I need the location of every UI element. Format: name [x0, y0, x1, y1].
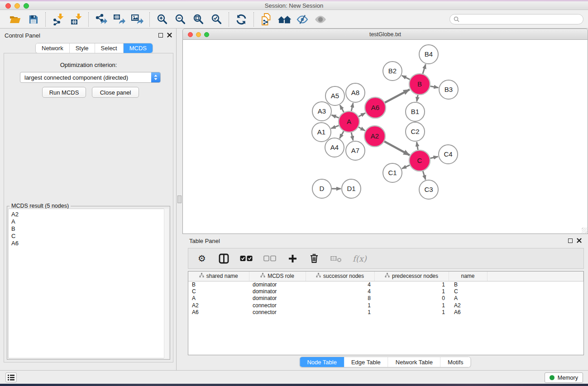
edge-C-C2[interactable] [417, 142, 418, 150]
column-header-predecessor-nodes[interactable]: predecessor nodes [374, 272, 449, 281]
export-network-icon[interactable] [94, 12, 108, 27]
edge-A-A8[interactable] [351, 103, 353, 111]
tab-network-table[interactable]: Network Table [388, 357, 440, 367]
table-cell[interactable]: A6 [449, 309, 487, 316]
function-builder-icon[interactable]: f(x) [353, 254, 367, 263]
tab-style[interactable]: Style [70, 43, 95, 53]
zoom-in-icon[interactable] [155, 12, 169, 27]
close-panel-button[interactable]: Close panel [92, 87, 139, 98]
table-row[interactable]: Cdominator41C [188, 288, 583, 295]
table-cell[interactable]: 1 [306, 302, 374, 310]
table-cell[interactable]: A [188, 295, 249, 302]
os-titlebar[interactable]: Session: New Session [0, 1, 588, 10]
network-close-icon[interactable] [188, 32, 193, 37]
edge-C-C1[interactable] [402, 165, 410, 169]
table-row[interactable]: Adominator80A [188, 295, 583, 302]
result-list-item[interactable]: C [11, 233, 168, 240]
table-cell[interactable]: 1 [374, 288, 449, 295]
tab-select[interactable]: Select [95, 43, 124, 53]
edge-A-A3[interactable] [331, 115, 339, 118]
network-canvas[interactable]: B4B2BB3A8A5A6A3B1AC2A1A2A4A7C4CC1DD1C3 [182, 40, 588, 234]
edge-B-B2[interactable] [402, 76, 410, 80]
settings-icon[interactable]: ⚙ [196, 254, 207, 263]
table-cell[interactable]: 4 [306, 288, 374, 295]
network-zoom-icon[interactable] [204, 32, 209, 37]
table-row[interactable]: A2connector11A2 [188, 302, 583, 310]
import-network-icon[interactable] [51, 12, 65, 27]
zoom-window-icon[interactable] [24, 3, 29, 9]
save-session-icon[interactable] [26, 12, 40, 27]
table-cell[interactable]: dominator [249, 295, 306, 302]
float-panel-icon[interactable] [158, 33, 163, 38]
table-cell[interactable]: dominator [249, 281, 306, 288]
network-window-titlebar[interactable]: testGlobe.txt [182, 29, 588, 40]
vertical-splitter-handle[interactable] [177, 195, 182, 203]
edge-A6-B[interactable] [385, 90, 410, 103]
tab-motifs[interactable]: Motifs [440, 357, 471, 367]
edge-A-A2[interactable] [359, 127, 365, 131]
table-cell[interactable]: connector [249, 309, 306, 316]
table-cell[interactable]: dominator [249, 288, 306, 295]
import-table-icon[interactable] [69, 12, 83, 27]
tab-network[interactable]: Network [36, 43, 70, 53]
home-icon[interactable] [277, 12, 292, 27]
new-network-from-selection-icon[interactable] [259, 12, 273, 27]
edge-A-A1[interactable] [331, 125, 339, 128]
table-row[interactable]: A6connector11A6 [188, 309, 583, 316]
criterion-select[interactable]: largest connected component (directed) [20, 72, 161, 83]
run-mcds-button[interactable]: Run MCDS [42, 87, 86, 98]
result-list-item[interactable]: A2 [11, 211, 168, 218]
table-cell[interactable]: C [449, 288, 487, 295]
column-header-successor-nodes[interactable]: successor nodes [306, 272, 374, 281]
table-row[interactable]: Bdominator41B [188, 281, 583, 288]
export-image-icon[interactable] [130, 12, 144, 27]
table-cell[interactable]: A6 [188, 309, 249, 316]
table-cell[interactable]: B [188, 281, 249, 288]
refresh-icon[interactable] [234, 12, 249, 27]
edge-B-B1[interactable] [417, 95, 418, 102]
deselect-all-checkboxes-icon[interactable] [263, 255, 276, 262]
delete-row-icon[interactable] [309, 253, 320, 263]
table-cell[interactable]: 1 [374, 309, 449, 316]
search-input[interactable] [462, 15, 583, 24]
table-cell[interactable]: A2 [449, 302, 487, 310]
table-cell[interactable]: 4 [306, 281, 374, 288]
edge-A2-C[interactable] [384, 141, 410, 155]
tab-edge-table[interactable]: Edge Table [344, 357, 388, 367]
column-header-shared-name[interactable]: shared name [188, 272, 249, 281]
edge-B-B4[interactable] [423, 64, 425, 74]
edge-A-A4[interactable] [339, 131, 344, 138]
edge-C-C3[interactable] [423, 171, 425, 180]
edge-B-B3[interactable] [430, 86, 439, 87]
close-table-panel-icon[interactable] [577, 238, 582, 243]
column-header-MCDS-role[interactable]: MCDS role [249, 272, 306, 281]
minimize-window-icon[interactable] [14, 3, 20, 9]
result-list-item[interactable]: A [11, 218, 168, 225]
result-list-item[interactable]: A6 [11, 240, 168, 247]
add-row-icon[interactable] [287, 254, 298, 263]
edge-A-A5[interactable] [340, 105, 344, 112]
table-cell[interactable]: A [449, 295, 487, 302]
float-table-panel-icon[interactable] [568, 238, 573, 243]
tab-node-table[interactable]: Node Table [300, 357, 344, 367]
zoom-fit-icon[interactable] [191, 12, 206, 27]
table-cell[interactable]: B [449, 281, 487, 288]
result-list-item[interactable]: B [11, 225, 168, 233]
table-cell[interactable]: 1 [374, 281, 449, 288]
edge-A-A7[interactable] [351, 132, 353, 140]
open-file-icon[interactable] [8, 12, 22, 27]
task-history-button[interactable] [5, 372, 17, 382]
select-all-checkboxes-icon[interactable] [240, 255, 253, 262]
resize-grip[interactable] [582, 228, 587, 233]
show-hide-panel-icon[interactable] [313, 12, 328, 27]
close-window-icon[interactable] [5, 3, 11, 9]
delete-table-icon[interactable] [330, 255, 342, 262]
memory-button[interactable]: Memory [545, 372, 583, 383]
table-cell[interactable]: 8 [306, 295, 374, 302]
column-header-name[interactable]: name [449, 272, 487, 281]
network-minimize-icon[interactable] [196, 32, 201, 37]
table-cell[interactable]: C [188, 288, 249, 295]
close-panel-icon[interactable] [167, 33, 172, 38]
table-cell[interactable]: connector [249, 302, 306, 310]
table-cell[interactable]: 1 [306, 309, 374, 316]
